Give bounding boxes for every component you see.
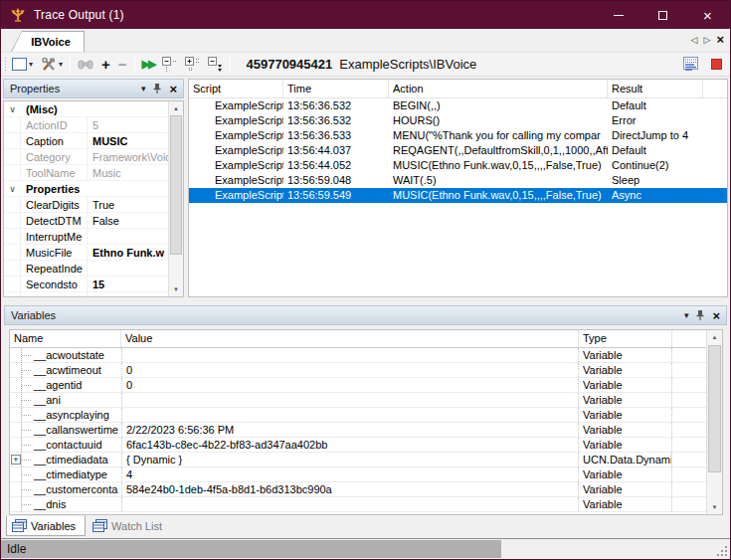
tab-scroll-left-button[interactable]: ◁ [691,35,698,45]
pin-icon[interactable] [695,309,705,321]
column-header-time[interactable]: Time [283,80,389,97]
property-category-row[interactable]: ∨(Misc) [4,101,168,117]
trace-row[interactable]: ExampleScript13:56:44.037REQAGENT(,,Defa… [189,143,727,158]
toolbar-separator [134,57,135,73]
add-button[interactable]: + [99,55,112,75]
tab-watch-list[interactable]: Watch List [88,515,171,536]
expand-plus-icon[interactable]: + [11,455,21,465]
column-header-name[interactable]: Name [10,330,121,347]
property-category-row[interactable]: ∨Properties [4,181,168,197]
variables-grid-header: Name Value Type [10,330,722,348]
plus-icon: + [101,56,110,73]
property-row[interactable]: RepeatInde [4,261,168,277]
document-tab-strip: IBVoice ◁ ▷ × [1,29,730,53]
variable-row[interactable]: __aniVariable [10,393,722,408]
tab-scroll-right-button[interactable]: ▷ [703,35,710,45]
chevron-down-icon: ▾ [29,60,33,69]
property-row[interactable]: CaptionMUSIC [4,133,168,149]
property-row[interactable]: InterruptMe [4,229,168,245]
variable-row-expandable[interactable]: +__ctimediadata{ Dynamic }UCN.Data.Dynam… [10,453,722,467]
stop-button[interactable] [711,59,722,70]
collapse-tree-icon [162,57,177,72]
column-header-script[interactable]: Script [189,80,283,97]
scroll-up-icon[interactable]: ▲ [707,330,722,344]
tab-ibvoice[interactable]: IBVoice [11,31,85,52]
tab-variables[interactable]: Variables [6,515,86,536]
panel-menu-button[interactable]: ▾ [684,310,689,320]
panel-close-button[interactable]: × [169,83,177,95]
variable-row[interactable]: __contactuuid6fac143b-c8ec-4b22-bf83-ad3… [10,438,722,453]
panel-close-button[interactable]: × [712,309,720,322]
tab-close-button[interactable]: × [716,33,724,46]
variables-scrollbar[interactable]: ▲ ▼ [706,330,722,514]
scroll-down-icon[interactable]: ▼ [707,500,722,514]
tab-ibvoice-label: IBVoice [25,36,71,48]
variable-row[interactable]: __callanswertime2/22/2023 6:56:36 PMVari… [10,423,722,438]
scrollbar-thumb[interactable] [170,115,182,255]
find-button-disabled[interactable] [76,55,95,75]
trace-output-window: Trace Output (1) × IBVoice ◁ ▷ × ▾ [0,0,731,560]
trace-grid: Script Time Action Result ExampleScript1… [188,79,728,297]
trace-row-selected[interactable]: ExampleScript13:56:59.549MUSIC(Ethno Fun… [189,188,727,203]
column-header-result[interactable]: Result [608,80,703,97]
trace-row[interactable]: ExampleScript13:56:36.532HOURS()Error [189,113,727,128]
remove-button[interactable]: − [116,55,129,75]
panel-menu-button[interactable]: ▾ [141,84,146,93]
watch-list-grid-icon [92,519,107,532]
resize-grip[interactable] [716,545,728,557]
property-row[interactable]: DetectDTMFalse [4,213,168,229]
close-button[interactable]: × [685,1,730,29]
column-header-value[interactable]: Value [121,330,579,347]
scroll-up-icon[interactable]: ▲ [169,101,183,115]
property-row[interactable]: MusicFileEthno Funk.w [4,245,168,261]
maximize-button[interactable] [640,1,685,29]
chevron-down-icon: ▾ [59,60,63,69]
toolbar-grip[interactable] [3,57,8,73]
title-bar: Trace Output (1) × [1,1,730,29]
trace-row[interactable]: ExampleScript13:56:36.533MENU("%Thank yo… [189,128,727,143]
properties-scrollbar[interactable]: ▲ ▼ [168,101,183,296]
expand-tree-button[interactable] [183,55,202,75]
run-button[interactable]: ▶▶ [140,55,157,75]
property-row[interactable]: ActionID5 [4,117,168,133]
property-row[interactable]: StartOffs0 [4,292,168,296]
minimize-button[interactable] [596,1,640,29]
scroll-down-icon[interactable]: ▼ [169,282,183,296]
collapse-all-button[interactable] [206,55,225,75]
variable-row[interactable]: __acwoutstateVariable [10,348,722,363]
variable-row[interactable]: __ctimediatype4Variable [10,467,722,482]
variable-row[interactable]: __dnisVariable [10,497,722,512]
trace-row[interactable]: ExampleScript13:56:44.052MUSIC(Ethno Fun… [189,158,727,173]
layout-dropdown-button[interactable]: ▾ [10,55,35,75]
property-row[interactable]: ToolNameMusic [4,165,168,181]
tools-dropdown-button[interactable]: ▾ [39,55,65,75]
column-header-type[interactable]: Type [579,330,672,347]
tab-variables-label: Variables [31,520,76,532]
window-title: Trace Output (1) [34,8,124,22]
script-path-label: ExampleScripts\IBVoice [339,57,476,72]
property-row[interactable]: CategoryFramework\Voic [4,149,168,165]
variable-row[interactable]: __customerconta584e24b0-1deb-4f5a-b8d1-b… [10,482,722,497]
column-header-action[interactable]: Action [389,80,608,97]
variable-row[interactable]: __agentid0Variable [10,378,722,393]
scrollbar-thumb[interactable] [708,345,721,472]
branch-arrows-icon [10,7,26,23]
variable-row[interactable]: __asyncplayingVariable [10,408,722,423]
collapse-all-icon [208,57,223,72]
pin-icon[interactable] [152,83,162,94]
trace-row[interactable]: ExampleScript13:56:59.048WAIT(.5)Sleep [189,173,727,188]
collapse-tree-button[interactable] [160,55,179,75]
status-progress-fill: Idle [1,540,501,558]
variable-row[interactable]: __acwtimeout0Variable [10,363,722,378]
grid-view-button[interactable] [683,57,701,72]
minus-icon: − [118,56,127,73]
property-row[interactable]: Secondsto15 [4,277,168,292]
window-layout-icon [12,58,27,71]
property-row[interactable]: ClearDigitsTrue [4,197,168,213]
chevron-expanded-icon: ∨ [4,181,21,196]
properties-panel-title: Properties [10,83,60,94]
bottom-tab-strip: Variables Watch List [1,515,730,538]
trace-row[interactable]: ExampleScript13:56:36.532BEGIN(,,)Defaul… [189,98,727,113]
close-icon: × [703,8,712,23]
variables-grid-icon [12,519,27,532]
